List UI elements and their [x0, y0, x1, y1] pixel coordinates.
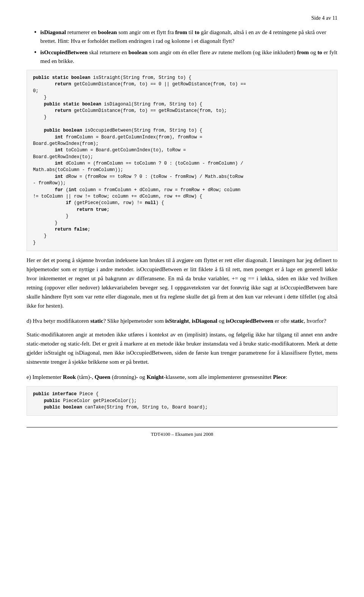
section-d: d) Hva betyr modifikatoren static? Slike…	[27, 316, 337, 325]
page-number: Side 4 av 11	[311, 15, 337, 21]
bullet-item-isoccupied: • isOccupiedBetween skal returnere en bo…	[27, 48, 337, 65]
page-container: Side 4 av 11 • isDiagonal returnerer en …	[0, 0, 364, 460]
bullet-text-isdiagonal: isDiagonal returnerer en boolean som ang…	[40, 28, 337, 45]
bullet-dot-2: •	[34, 49, 36, 56]
section-e: e) Implementer Rook (tårn)-, Queen (dron…	[27, 372, 337, 382]
code-block-2: public interface Piece { public PieceCol…	[27, 386, 337, 416]
bullet-item-isdiagonal: • isDiagonal returnerer en boolean som a…	[27, 28, 337, 45]
bullet-text-isoccupied: isOccupiedBetween skal returnere en bool…	[40, 48, 337, 65]
page-footer: TDT4100 – Eksamen juni 2008	[27, 427, 337, 437]
code-block-1: public static boolean isStraight(String …	[27, 70, 337, 251]
page-header: Side 4 av 11	[27, 15, 337, 21]
bullet-dot-1: •	[34, 29, 36, 36]
prose-section-1: Her er det et poeng å skjønne hvordan in…	[27, 256, 337, 310]
prose-text-2: Static-modifikatoren angir at metoden ik…	[27, 331, 337, 365]
prose-text-1: Her er det et poeng å skjønne hvordan in…	[27, 257, 337, 309]
prose-section-2: Static-modifikatoren angir at metoden ik…	[27, 330, 337, 366]
footer-text: TDT4100 – Eksamen juni 2008	[151, 431, 213, 437]
